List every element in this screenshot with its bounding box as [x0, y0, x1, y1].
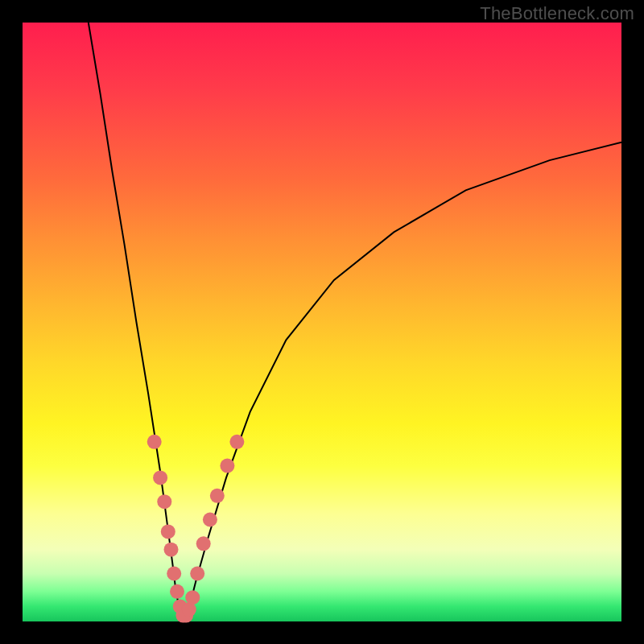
scatter-dot — [203, 513, 217, 527]
scatter-dot — [164, 543, 179, 557]
scatter-dot — [153, 470, 167, 485]
scatter-dot — [210, 489, 225, 503]
scatter-dot — [157, 494, 171, 509]
scatter-dot — [167, 567, 181, 581]
scatter-dot — [229, 435, 244, 449]
scatter-dot — [161, 524, 175, 539]
watermark-text: TheBottleneck.com — [480, 3, 634, 24]
scatter-dot — [170, 584, 184, 599]
scatter-dot — [220, 459, 234, 473]
outer-frame: TheBottleneck.com — [0, 0, 644, 644]
scatter-dot — [190, 567, 204, 581]
scatter-dot — [147, 435, 162, 449]
chart-svg — [23, 23, 621, 621]
scatter-dot — [196, 536, 211, 551]
curve-right — [184, 142, 621, 621]
scatter-dots — [147, 435, 245, 623]
scatter-dot — [185, 590, 200, 605]
plot-area — [23, 23, 621, 621]
